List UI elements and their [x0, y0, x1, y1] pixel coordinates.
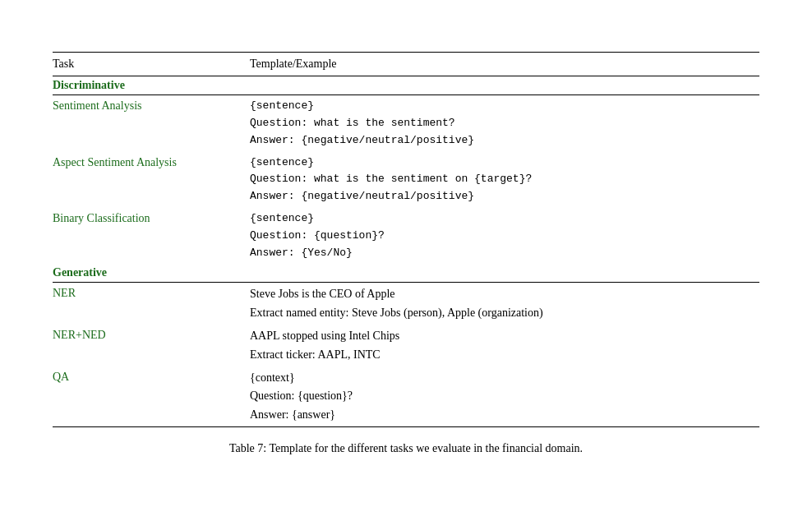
- main-table: Task Template/Example DiscriminativeSent…: [53, 52, 759, 430]
- template-content: AAPL stopped using Intel ChipsExtract ti…: [250, 325, 759, 366]
- template-line: {sentence}: [250, 98, 750, 115]
- task-name: Binary Classification: [53, 208, 250, 264]
- template-line: Question: {question}?: [250, 228, 750, 245]
- table-row: NERSteve Jobs is the CEO of AppleExtract…: [53, 283, 759, 325]
- template-line: Answer: {answer}: [250, 406, 750, 424]
- template-content: Steve Jobs is the CEO of AppleExtract na…: [250, 283, 759, 325]
- template-content: {sentence}Question: what is the sentimen…: [250, 95, 759, 152]
- template-line: Steve Jobs is the CEO of Apple: [250, 285, 750, 303]
- table-row: Aspect Sentiment Analysis{sentence}Quest…: [53, 152, 759, 208]
- section-header-discriminative: Discriminative: [53, 76, 759, 95]
- template-line: Question: what is the sentiment on {targ…: [250, 171, 750, 188]
- template-line: Answer: {negative/neutral/positive}: [250, 132, 750, 150]
- template-line: {sentence}: [250, 154, 750, 172]
- template-line: Question: {question}?: [250, 387, 750, 405]
- col-header-template: Template/Example: [250, 53, 759, 76]
- task-name: NER+NED: [53, 325, 250, 366]
- table-end-row: [53, 427, 759, 431]
- table-header-row: Task Template/Example: [53, 53, 759, 76]
- table-caption: Table 7: Template for the different task…: [53, 442, 759, 455]
- template-line: AAPL stopped using Intel Chips: [250, 327, 750, 345]
- template-content: {sentence}Question: what is the sentimen…: [250, 152, 759, 208]
- task-name: Aspect Sentiment Analysis: [53, 152, 250, 208]
- template-line: Extract named entity: Steve Jobs (person…: [250, 304, 750, 322]
- table-row: Sentiment Analysis{sentence}Question: wh…: [53, 95, 759, 152]
- table-row: NER+NEDAAPL stopped using Intel ChipsExt…: [53, 325, 759, 366]
- page-container: Task Template/Example DiscriminativeSent…: [36, 27, 776, 479]
- table-body: DiscriminativeSentiment Analysis{sentenc…: [53, 76, 759, 431]
- template-line: Extract ticker: AAPL, INTC: [250, 346, 750, 364]
- section-header-generative: Generative: [53, 264, 759, 283]
- col-header-task: Task: [53, 53, 250, 76]
- template-line: Question: what is the sentiment?: [250, 115, 750, 132]
- task-name: Sentiment Analysis: [53, 95, 250, 152]
- template-content: {sentence}Question: {question}?Answer: {…: [250, 208, 759, 264]
- template-line: Answer: {negative/neutral/positive}: [250, 188, 750, 205]
- template-line: {sentence}: [250, 210, 750, 228]
- template-line: Answer: {Yes/No}: [250, 245, 750, 262]
- section-label-discriminative: Discriminative: [53, 76, 759, 95]
- section-label-generative: Generative: [53, 264, 759, 283]
- table-end-border: [53, 427, 759, 431]
- template-content: {context}Question: {question}?Answer: {a…: [250, 366, 759, 427]
- template-line: {context}: [250, 369, 750, 387]
- task-name: QA: [53, 366, 250, 427]
- table-row: QA{context}Question: {question}?Answer: …: [53, 366, 759, 427]
- task-name: NER: [53, 283, 250, 325]
- table-row: Binary Classification{sentence}Question:…: [53, 208, 759, 264]
